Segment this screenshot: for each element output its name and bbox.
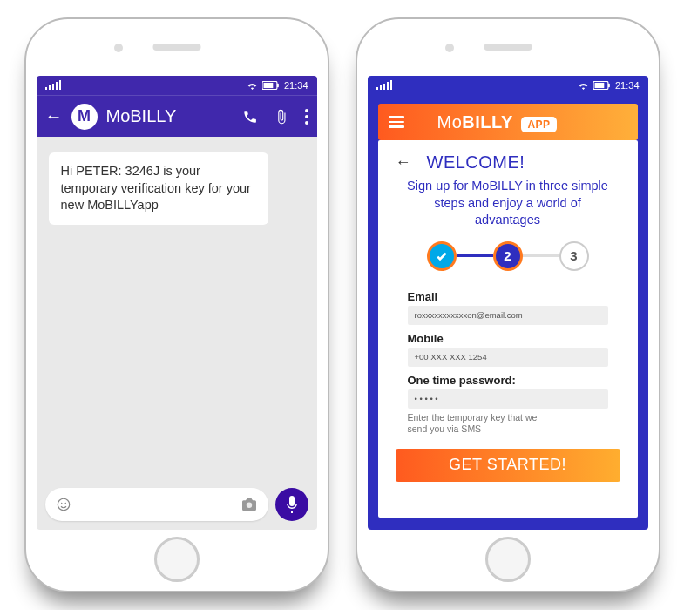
brand-title: MoBILLY APP <box>437 112 557 132</box>
wifi-icon <box>247 81 258 90</box>
app-brand-bar: MoBILLY APP <box>378 104 638 140</box>
otp-hint: Enter the temporary key that we send you… <box>408 412 538 435</box>
otp-field[interactable]: • • • • • <box>408 389 608 409</box>
svg-point-5 <box>64 503 66 504</box>
svg-rect-10 <box>595 83 605 88</box>
camera-icon[interactable] <box>240 498 258 511</box>
signup-form: Email roxxxxxxxxxxxon@email.com Mobile +… <box>396 283 620 435</box>
contact-name: MoBILLY <box>106 106 234 126</box>
phone-call-icon[interactable] <box>242 109 258 125</box>
brand-badge: APP <box>521 117 556 132</box>
phone-speaker <box>152 44 200 51</box>
sms-text-input[interactable] <box>78 498 234 511</box>
signal-icon <box>376 81 393 90</box>
svg-point-3 <box>58 498 70 511</box>
attachment-icon[interactable] <box>274 109 289 125</box>
more-menu-icon[interactable] <box>305 109 308 125</box>
welcome-heading: WELCOME! <box>427 152 525 173</box>
back-arrow-icon[interactable]: ← <box>396 153 411 172</box>
sms-text-field[interactable] <box>45 488 268 521</box>
app-screen: 21:34 MoBILLY APP ← WELCOME! Sign up for… <box>368 76 648 530</box>
wifi-icon <box>578 81 589 90</box>
status-bar: 21:34 <box>368 76 648 95</box>
step-connector <box>457 254 493 257</box>
battery-icon <box>262 81 280 90</box>
signal-icon <box>45 81 62 90</box>
step-1 <box>427 241 457 271</box>
hamburger-menu-icon[interactable] <box>389 116 404 128</box>
home-button[interactable] <box>154 537 200 582</box>
signup-card: ← WELCOME! Sign up for MoBILLY in three … <box>378 140 638 518</box>
status-time: 21:34 <box>615 80 640 91</box>
sms-screen: 21:34 ← M MoBILLY Hi PETER: 3246J is you… <box>37 76 317 530</box>
microphone-icon <box>286 496 298 513</box>
step-3: 3 <box>559 241 589 271</box>
mobile-field[interactable]: +00 XXX XXX 1254 <box>408 348 608 367</box>
svg-rect-9 <box>608 84 610 88</box>
sms-header: ← M MoBILLY <box>37 95 317 137</box>
signup-tagline: Sign up for MoBILLY in three simple step… <box>396 178 620 229</box>
svg-point-6 <box>246 503 251 508</box>
svg-rect-2 <box>264 83 274 88</box>
email-label: Email <box>408 290 608 303</box>
contact-avatar[interactable]: M <box>71 104 98 130</box>
step-indicator: 2 3 <box>396 241 620 271</box>
step-2: 2 <box>493 241 523 271</box>
mobile-label: Mobile <box>408 332 608 345</box>
svg-point-4 <box>61 503 63 504</box>
svg-rect-7 <box>289 496 295 506</box>
step-connector <box>523 254 559 257</box>
phone-camera <box>114 44 123 52</box>
voice-message-button[interactable] <box>275 488 308 521</box>
get-started-button[interactable]: GET STARTED! <box>396 449 620 482</box>
emoji-icon[interactable] <box>56 497 71 512</box>
status-bar: 21:34 <box>37 76 317 95</box>
sms-conversation[interactable]: Hi PETER: 3246J is your temporary verifi… <box>37 137 317 530</box>
sms-message-bubble: Hi PETER: 3246J is your temporary verifi… <box>49 152 269 225</box>
phone-app: 21:34 MoBILLY APP ← WELCOME! Sign up for… <box>356 17 660 592</box>
email-field[interactable]: roxxxxxxxxxxxon@email.com <box>408 306 608 325</box>
check-icon <box>435 249 449 263</box>
svg-rect-1 <box>277 84 279 88</box>
back-arrow-icon[interactable]: ← <box>45 106 63 126</box>
app-container: MoBILLY APP ← WELCOME! Sign up for MoBIL… <box>368 95 648 530</box>
battery-icon <box>593 81 611 90</box>
phone-camera <box>445 44 454 52</box>
status-time: 21:34 <box>284 80 308 91</box>
phone-sms: 21:34 ← M MoBILLY Hi PETER: 3246J is you… <box>24 17 329 592</box>
brand-billy: BILLY <box>462 112 512 132</box>
home-button[interactable] <box>485 537 531 582</box>
brand-mo: Mo <box>437 112 463 132</box>
phone-speaker <box>484 44 532 51</box>
sms-input-bar <box>45 488 308 521</box>
otp-label: One time password: <box>408 374 608 387</box>
